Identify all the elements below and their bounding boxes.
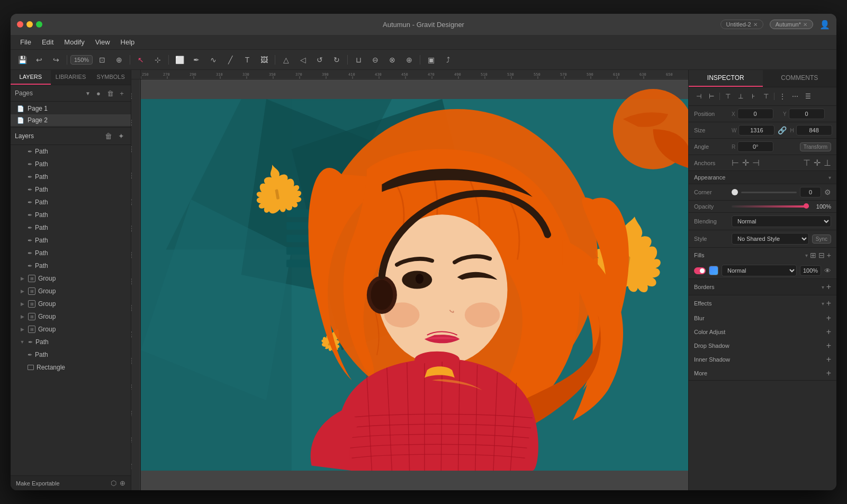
tab-untitled2[interactable]: Untitled-2 ✕ [720,20,763,29]
layer-path-7[interactable]: ✒ Path [11,221,131,234]
layer-delete-btn[interactable]: 🗑 [103,131,114,141]
exclude-btn[interactable]: ⊕ [402,53,417,67]
align-right-btn[interactable]: ⊤ [760,91,772,102]
inner-shadow-add-btn[interactable]: + [826,355,831,364]
expand-icon-4[interactable]: ▶ [19,313,25,320]
distribute-h-btn[interactable]: ⋮ [777,91,788,102]
export-btn[interactable]: ⤴ [440,53,455,67]
make-exportable-btn[interactable]: Make Exportable [16,480,107,487]
tab-inspector[interactable]: INSPECTOR [689,70,763,87]
transform-btn[interactable]: Transform [800,142,831,151]
page-item-2[interactable]: 📄 Page 2 [11,114,131,126]
menu-modify[interactable]: Modify [60,37,88,48]
size-w-input[interactable] [738,125,774,136]
effects-chevron[interactable]: ▾ [822,301,824,307]
size-link-btn[interactable]: 🔗 [778,126,787,134]
page-item-1[interactable]: 📄 Page 1 [11,103,131,114]
fills-chevron[interactable]: ▾ [805,253,808,258]
fill-opacity-input[interactable] [800,265,821,276]
tab-comments[interactable]: COMMENTS [763,70,837,87]
menu-edit[interactable]: Edit [38,37,58,48]
close-button[interactable] [17,21,23,28]
fills-paste-btn[interactable]: ⊟ [818,251,825,259]
align-middle-btn[interactable]: ⊥ [735,91,746,102]
align-top-btn[interactable]: ⊤ [722,91,734,102]
export-resize-icon[interactable]: ⬡ [111,479,116,487]
tab-close-icon[interactable]: ✕ [753,22,758,28]
fill-toggle[interactable] [694,267,706,274]
align-bottom-btn[interactable]: ⊦ [747,91,759,102]
blending-select[interactable]: Normal Multiply Screen Overlay [732,215,831,227]
effects-add-btn[interactable]: + [826,299,831,308]
align-left-edge-btn[interactable]: ⊣ [693,91,705,102]
expand-icon-3[interactable]: ▶ [19,301,25,307]
union-btn[interactable]: ⊔ [351,53,366,67]
layer-group-5[interactable]: ▶ ⊞ Group [11,323,131,336]
corner-slider[interactable] [741,192,797,193]
zoom-fit-btn[interactable]: ⊡ [95,53,110,67]
fill-color-swatch[interactable] [709,266,718,275]
borders-add-btn[interactable]: + [826,282,831,292]
position-x-input[interactable] [737,109,773,119]
undo-btn[interactable]: ↩ [32,53,47,67]
color-adjust-add-btn[interactable]: + [826,327,831,337]
position-y-input[interactable] [789,109,825,119]
style-select[interactable]: No Shared Style [732,233,809,245]
anchor-center-btn[interactable]: ✛ [742,158,749,168]
tab-close-active-icon[interactable]: ✕ [803,22,807,28]
distribute-v-btn[interactable]: ⋯ [789,91,801,102]
node-tool-btn[interactable]: ⊹ [150,53,165,67]
fills-add-btn[interactable]: + [827,251,831,259]
expand-icon-2[interactable]: ▶ [19,288,25,294]
anchor-right-btn[interactable]: ⊣ [752,158,760,168]
zoom-level[interactable]: 150% [70,55,93,65]
appearance-chevron[interactable]: ▾ [828,175,831,181]
blur-add-btn[interactable]: + [826,313,831,323]
layer-path-group[interactable]: ▼ ✒ Path [11,336,131,348]
arrow-left-btn[interactable]: ◁ [295,53,310,67]
layer-path-4[interactable]: ✒ Path [11,183,131,196]
zoom-center-btn[interactable]: ⊕ [112,53,127,67]
maximize-button[interactable] [36,21,42,28]
select-tool-btn[interactable]: ↖ [133,53,148,67]
rect-tool-btn[interactable]: ⬜ [172,53,187,67]
menu-file[interactable]: File [16,37,35,48]
anchor-top-btn[interactable]: ⊤ [803,158,810,168]
save-btn[interactable]: 💾 [15,53,30,67]
drop-shadow-add-btn[interactable]: + [826,341,831,350]
corner-settings-btn[interactable]: ⚙ [824,188,831,196]
export-add-icon[interactable]: ⊕ [120,479,125,487]
layer-add-btn[interactable]: ✦ [116,131,127,141]
text-tool-btn[interactable]: T [240,53,255,67]
size-h-input[interactable] [796,125,832,136]
expand-icon-5[interactable]: ▶ [19,326,25,332]
layer-path-5[interactable]: ✒ Path [11,196,131,209]
intersect-btn[interactable]: ⊗ [385,53,400,67]
layer-group-2[interactable]: ▶ ⊞ Group [11,285,131,298]
layer-path-9[interactable]: ✒ Path [11,247,131,259]
page-add-btn[interactable]: + [117,88,127,98]
expand-icon-6[interactable]: ▼ [19,339,25,345]
layer-group-1[interactable]: ▶ ⊞ Group [11,272,131,285]
corner-value-input[interactable] [800,187,821,197]
more-add-btn[interactable]: + [826,368,831,378]
menu-help[interactable]: Help [116,37,139,48]
layer-path-8[interactable]: ✒ Path [11,234,131,247]
angle-input[interactable] [737,141,773,152]
anchor-left-btn[interactable]: ⊢ [732,158,739,168]
page-visibility-btn[interactable]: ● [94,88,103,98]
user-avatar-icon[interactable]: 👤 [819,20,830,30]
fill-visibility-btn[interactable]: 👁 [824,267,831,275]
borders-chevron[interactable]: ▾ [822,284,824,290]
fill-mode-select[interactable]: Normal Multiply [722,265,797,276]
opacity-slider[interactable] [732,205,809,208]
layer-rectangle[interactable]: Rectangle [11,361,131,374]
layer-path-10[interactable]: ✒ Path [11,259,131,272]
layer-group-3[interactable]: ▶ ⊞ Group [11,298,131,310]
rotate-cw-btn[interactable]: ↻ [329,53,344,67]
mask-btn[interactable]: ▣ [424,53,438,67]
pen-tool-btn[interactable]: ✒ [189,53,204,67]
bezier-tool-btn[interactable]: ∿ [206,53,221,67]
layer-path-3[interactable]: ✒ Path [11,170,131,183]
fills-copy-btn[interactable]: ⊞ [810,251,816,259]
